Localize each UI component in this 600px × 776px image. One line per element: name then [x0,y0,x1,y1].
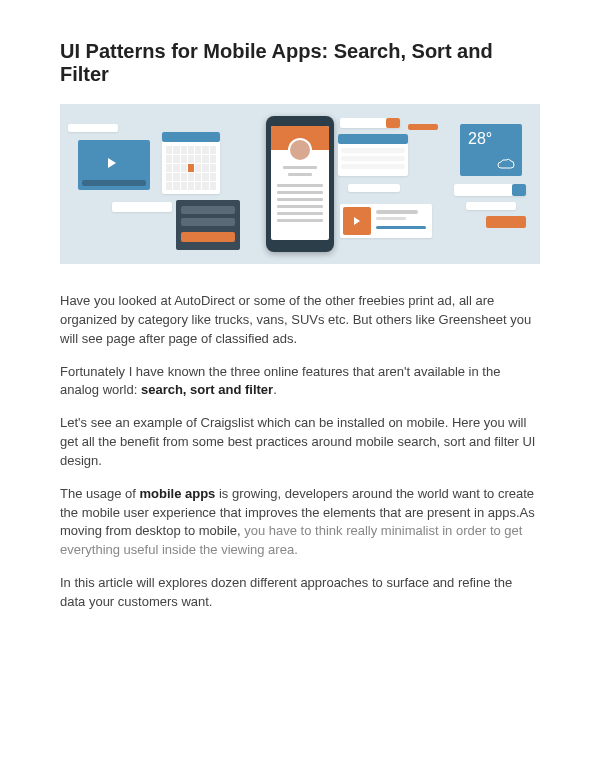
submit-button [181,232,235,242]
text-line [277,198,323,201]
ui-bar [466,202,516,210]
dropdown-widget [338,134,408,176]
music-player-widget [340,204,432,238]
track-subtitle-line [376,217,406,220]
hero-illustration: 28° [60,104,540,264]
paragraph: In this article will explores dozen diff… [60,574,540,612]
toolbar-segment [386,118,400,128]
album-art [343,207,371,235]
cloud-icon [496,158,516,170]
text-run: Fortunately I have known the three onlin… [60,364,500,398]
bold-text: search, sort and filter [141,382,273,397]
text-line [288,173,311,176]
search-bar-widget [454,184,526,196]
ui-bar [112,202,172,212]
dropdown-item [341,156,405,161]
search-button [512,184,526,196]
ui-bar [408,124,438,130]
track-progress [376,226,426,229]
text-line [283,166,318,169]
paragraph: Have you looked at AutoDirect or some of… [60,292,540,349]
paragraph: The usage of mobile apps is growing, dev… [60,485,540,560]
text-run: The usage of [60,486,140,501]
ui-bar [68,124,118,132]
avatar-icon [288,138,312,162]
dropdown-item [341,164,405,169]
dropdown-item [341,148,405,153]
video-progress-bar [82,180,146,186]
ui-button [486,216,526,228]
ui-bar [348,184,400,192]
page-title: UI Patterns for Mobile Apps: Search, Sor… [60,40,540,86]
phone-mockup [266,116,334,252]
weather-widget: 28° [460,124,522,176]
bold-text: mobile apps [140,486,216,501]
play-icon [354,217,360,225]
input-field [181,206,235,214]
text-line [277,191,323,194]
text-line [277,205,323,208]
paragraph: Fortunately I have known the three onlin… [60,363,540,401]
toolbar-widget [340,118,400,128]
calendar-widget [162,132,220,194]
text-run: . [273,382,277,397]
calendar-header [162,132,220,142]
weather-temperature: 28° [468,130,492,148]
login-form-widget [176,200,240,250]
text-line [277,219,323,222]
phone-screen [271,126,329,240]
text-line [277,212,323,215]
track-title-line [376,210,418,214]
dropdown-header [338,134,408,144]
play-icon [108,158,116,168]
input-field [181,218,235,226]
paragraph: Let's see an example of Craigslist which… [60,414,540,471]
text-line [277,184,323,187]
video-player-widget [78,140,150,190]
